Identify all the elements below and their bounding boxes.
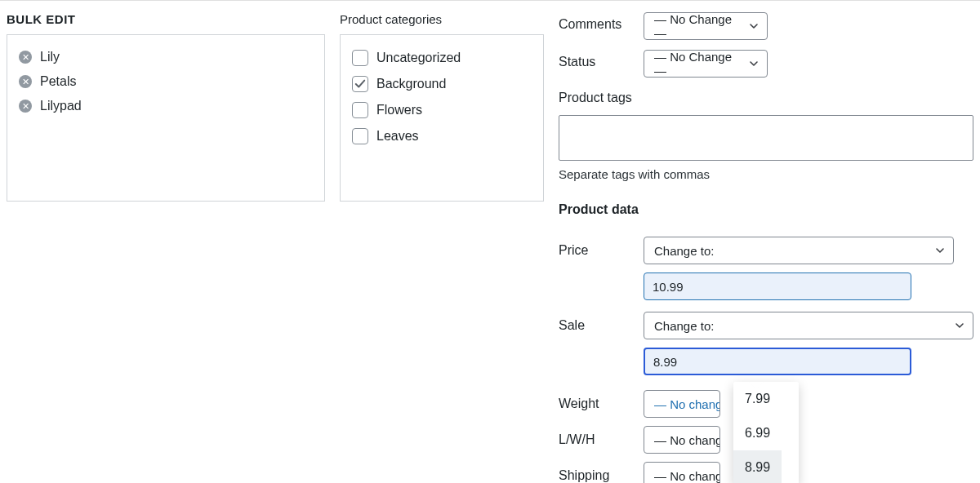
category-row: Background [352,71,532,97]
bulk-edit-panel: ✕ Lily ✕ Petals ✕ Lilypad [7,34,325,202]
weight-select[interactable]: — No chang [644,390,720,418]
chevron-down-icon [935,246,945,255]
status-select-value: — No Change — [654,50,741,78]
shipping-select[interactable]: — No chang [644,462,720,483]
bulk-edit-item: ✕ Lilypad [19,94,313,118]
bulk-edit-item: ✕ Petals [19,69,313,94]
checkbox-leaves[interactable] [352,128,368,144]
checkbox-uncategorized[interactable] [352,50,368,66]
bulk-edit-item-label: Petals [40,74,76,89]
sale-action-value: Change to: [654,319,714,333]
category-row: Uncategorized [352,45,532,71]
shipping-select-value: — No chang [654,469,720,483]
chevron-down-icon [749,21,759,31]
autocomplete-option[interactable]: 7.99 [733,382,799,416]
chevron-down-icon [955,321,964,330]
bulk-edit-item-label: Lily [40,50,60,64]
category-row: Flowers [352,97,532,123]
autocomplete-dropdown: 7.99 6.99 8.99 [733,382,799,483]
category-label: Background [376,77,446,91]
remove-icon[interactable]: ✕ [19,75,32,88]
sale-action-select[interactable]: Change to: [644,312,973,339]
bulk-edit-item: ✕ Lily [19,45,313,69]
weight-select-value: — No chang [654,397,720,411]
lwh-label: L/W/H [559,432,632,447]
sale-label: Sale [559,318,632,333]
sale-input[interactable] [644,348,911,375]
status-label: Status [559,50,632,69]
category-label: Flowers [376,103,422,117]
chevron-down-icon [749,59,759,69]
bulk-edit-item-label: Lilypad [40,99,82,113]
categories-panel: Uncategorized Background Flowers Leaves [340,34,544,202]
product-data-heading: Product data [559,202,973,217]
remove-icon[interactable]: ✕ [19,100,32,113]
product-tags-input[interactable] [559,115,973,161]
comments-select-value: — No Change — [654,12,741,40]
autocomplete-option-selected[interactable]: 8.99 [733,450,782,483]
categories-title: Product categories [340,12,544,26]
category-label: Uncategorized [376,51,461,65]
price-action-select[interactable]: Change to: [644,237,954,264]
price-input[interactable] [644,273,911,300]
shipping-label: Shipping [559,468,632,483]
price-label: Price [559,243,632,258]
bulk-edit-title: BULK EDIT [7,12,325,26]
lwh-select[interactable]: — No chang [644,426,720,454]
weight-label: Weight [559,397,632,411]
category-label: Leaves [376,129,419,144]
lwh-select-value: — No chang [654,433,720,447]
product-tags-label: Product tags [559,91,973,105]
category-row: Leaves [352,123,532,149]
price-action-value: Change to: [654,244,714,258]
autocomplete-option[interactable]: 6.99 [733,416,799,450]
comments-select[interactable]: — No Change — [644,12,768,40]
checkbox-background[interactable] [352,76,368,92]
checkbox-flowers[interactable] [352,102,368,118]
status-select[interactable]: — No Change — [644,50,768,78]
remove-icon[interactable]: ✕ [19,51,32,64]
product-tags-helper: Separate tags with commas [559,167,973,181]
comments-label: Comments [559,12,632,32]
